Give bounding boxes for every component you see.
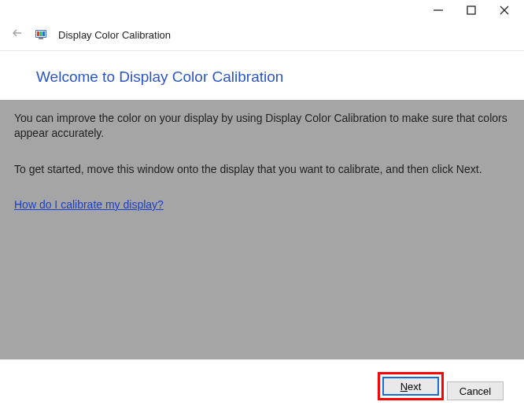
close-icon[interactable] <box>499 5 510 16</box>
window-titlebar <box>0 0 524 25</box>
back-arrow-icon[interactable] <box>11 27 24 42</box>
minimize-icon[interactable] <box>433 5 444 16</box>
next-button[interactable]: Next <box>382 377 439 396</box>
app-name: Display Color Calibration <box>58 29 171 41</box>
footer-buttons: Next Cancel <box>0 359 524 407</box>
svg-rect-8 <box>40 31 42 36</box>
cancel-button[interactable]: Cancel <box>447 381 504 400</box>
intro-paragraph-2: To get started, move this window onto th… <box>14 162 510 177</box>
help-link[interactable]: How do I calibrate my display? <box>14 197 164 212</box>
svg-rect-7 <box>37 31 39 36</box>
next-button-highlight: Next <box>378 372 444 400</box>
page-heading: Welcome to Display Color Calibration <box>0 51 524 100</box>
header-row: Display Color Calibration <box>0 25 524 51</box>
intro-paragraph-1: You can improve the color on your displa… <box>14 111 510 142</box>
app-icon <box>35 28 47 41</box>
svg-rect-10 <box>39 38 43 39</box>
svg-rect-1 <box>467 6 475 14</box>
svg-rect-9 <box>42 31 45 36</box>
content-area: You can improve the color on your displa… <box>0 100 524 359</box>
maximize-icon[interactable] <box>466 5 477 16</box>
